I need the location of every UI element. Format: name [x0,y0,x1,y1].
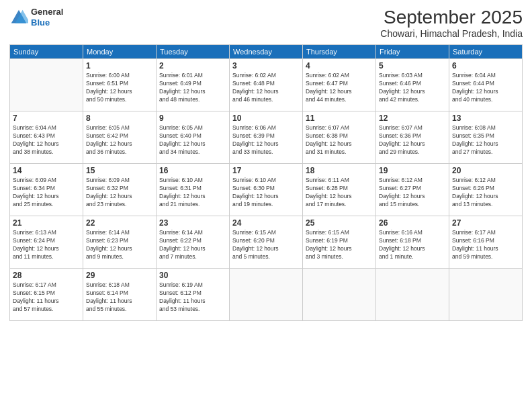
logo: General Blue [9,7,63,28]
day-info: Sunrise: 6:04 AM Sunset: 6:44 PM Dayligh… [452,72,519,104]
calendar-cell: 5Sunrise: 6:03 AM Sunset: 6:46 PM Daylig… [376,59,449,111]
day-number: 12 [379,113,446,123]
calendar-cell: 25Sunrise: 6:15 AM Sunset: 6:19 PM Dayli… [303,216,376,269]
col-header-friday: Friday [376,45,449,59]
week-row-4: 21Sunrise: 6:13 AM Sunset: 6:24 PM Dayli… [10,216,523,269]
day-info: Sunrise: 6:19 AM Sunset: 6:12 PM Dayligh… [159,281,226,314]
calendar-cell: 24Sunrise: 6:15 AM Sunset: 6:20 PM Dayli… [230,216,303,269]
title-block: September 2025 Chowari, Himachal Pradesh… [380,7,523,39]
calendar-table: SundayMondayTuesdayWednesdayThursdayFrid… [9,44,523,321]
day-info: Sunrise: 6:10 AM Sunset: 6:30 PM Dayligh… [232,177,300,209]
calendar-cell: 17Sunrise: 6:10 AM Sunset: 6:30 PM Dayli… [230,164,303,216]
calendar-cell: 15Sunrise: 6:09 AM Sunset: 6:32 PM Dayli… [83,164,157,216]
day-info: Sunrise: 6:08 AM Sunset: 6:35 PM Dayligh… [452,124,519,156]
calendar-cell: 18Sunrise: 6:11 AM Sunset: 6:28 PM Dayli… [303,164,376,216]
day-number: 18 [306,166,373,175]
week-row-5: 28Sunrise: 6:17 AM Sunset: 6:15 PM Dayli… [10,269,523,321]
day-number: 23 [159,218,226,228]
day-number: 25 [306,218,373,228]
calendar-cell: 30Sunrise: 6:19 AM Sunset: 6:12 PM Dayli… [157,269,230,321]
col-header-thursday: Thursday [303,45,376,59]
week-row-3: 14Sunrise: 6:09 AM Sunset: 6:34 PM Dayli… [10,164,523,216]
calendar-cell: 22Sunrise: 6:14 AM Sunset: 6:23 PM Dayli… [83,216,157,269]
day-number: 16 [159,166,226,175]
calendar-cell [303,269,376,321]
calendar-cell [376,269,449,321]
day-info: Sunrise: 6:04 AM Sunset: 6:43 PM Dayligh… [13,124,80,156]
day-info: Sunrise: 6:12 AM Sunset: 6:26 PM Dayligh… [452,177,519,209]
calendar-cell: 27Sunrise: 6:17 AM Sunset: 6:16 PM Dayli… [449,216,523,269]
week-row-1: 1Sunrise: 6:00 AM Sunset: 6:51 PM Daylig… [10,59,523,111]
calendar-cell: 3Sunrise: 6:02 AM Sunset: 6:48 PM Daylig… [230,59,303,111]
day-number: 1 [86,61,153,71]
day-info: Sunrise: 6:15 AM Sunset: 6:19 PM Dayligh… [306,229,373,261]
day-info: Sunrise: 6:18 AM Sunset: 6:14 PM Dayligh… [86,281,153,314]
day-number: 21 [13,218,80,228]
day-number: 30 [159,271,226,280]
calendar-cell: 28Sunrise: 6:17 AM Sunset: 6:15 PM Dayli… [10,269,83,321]
day-number: 4 [306,61,373,71]
logo-icon [9,8,28,27]
day-info: Sunrise: 6:05 AM Sunset: 6:42 PM Dayligh… [86,124,153,156]
day-info: Sunrise: 6:07 AM Sunset: 6:36 PM Dayligh… [379,124,446,156]
day-number: 7 [13,113,80,123]
day-info: Sunrise: 6:10 AM Sunset: 6:31 PM Dayligh… [159,177,226,209]
day-info: Sunrise: 6:07 AM Sunset: 6:38 PM Dayligh… [306,124,373,156]
week-row-2: 7Sunrise: 6:04 AM Sunset: 6:43 PM Daylig… [10,111,523,164]
calendar-cell: 16Sunrise: 6:10 AM Sunset: 6:31 PM Dayli… [157,164,230,216]
calendar-cell: 1Sunrise: 6:00 AM Sunset: 6:51 PM Daylig… [83,59,157,111]
calendar-cell: 6Sunrise: 6:04 AM Sunset: 6:44 PM Daylig… [449,59,523,111]
day-number: 20 [452,166,519,175]
calendar-cell: 12Sunrise: 6:07 AM Sunset: 6:36 PM Dayli… [376,111,449,164]
calendar-cell: 2Sunrise: 6:01 AM Sunset: 6:49 PM Daylig… [157,59,230,111]
day-number: 22 [86,218,153,228]
day-info: Sunrise: 6:02 AM Sunset: 6:47 PM Dayligh… [306,72,373,104]
day-number: 29 [86,271,153,280]
day-number: 13 [452,113,519,123]
day-number: 28 [13,271,80,280]
calendar-cell: 4Sunrise: 6:02 AM Sunset: 6:47 PM Daylig… [303,59,376,111]
col-header-saturday: Saturday [449,45,523,59]
day-info: Sunrise: 6:09 AM Sunset: 6:32 PM Dayligh… [86,177,153,209]
header: General Blue September 2025 Chowari, Him… [9,7,523,39]
day-info: Sunrise: 6:09 AM Sunset: 6:34 PM Dayligh… [13,177,80,209]
col-header-tuesday: Tuesday [157,45,230,59]
day-info: Sunrise: 6:01 AM Sunset: 6:49 PM Dayligh… [159,72,226,104]
day-number: 5 [379,61,446,71]
calendar-cell: 11Sunrise: 6:07 AM Sunset: 6:38 PM Dayli… [303,111,376,164]
day-info: Sunrise: 6:05 AM Sunset: 6:40 PM Dayligh… [159,124,226,156]
logo-line2: Blue [31,17,63,28]
calendar-cell [449,269,523,321]
day-info: Sunrise: 6:15 AM Sunset: 6:20 PM Dayligh… [232,229,300,261]
main-title: September 2025 [380,7,523,28]
calendar-cell: 10Sunrise: 6:06 AM Sunset: 6:39 PM Dayli… [230,111,303,164]
calendar-cell: 26Sunrise: 6:16 AM Sunset: 6:18 PM Dayli… [376,216,449,269]
calendar-header-row: SundayMondayTuesdayWednesdayThursdayFrid… [10,45,523,59]
calendar-cell [10,59,83,111]
calendar-cell [230,269,303,321]
day-number: 17 [232,166,300,175]
day-number: 9 [159,113,226,123]
calendar-cell: 23Sunrise: 6:14 AM Sunset: 6:22 PM Dayli… [157,216,230,269]
day-info: Sunrise: 6:17 AM Sunset: 6:16 PM Dayligh… [452,229,519,261]
day-number: 19 [379,166,446,175]
day-info: Sunrise: 6:17 AM Sunset: 6:15 PM Dayligh… [13,281,80,314]
day-info: Sunrise: 6:14 AM Sunset: 6:22 PM Dayligh… [159,229,226,261]
calendar-cell: 21Sunrise: 6:13 AM Sunset: 6:24 PM Dayli… [10,216,83,269]
day-number: 14 [13,166,80,175]
day-number: 24 [232,218,300,228]
day-info: Sunrise: 6:02 AM Sunset: 6:48 PM Dayligh… [232,72,300,104]
day-info: Sunrise: 6:16 AM Sunset: 6:18 PM Dayligh… [379,229,446,261]
day-info: Sunrise: 6:14 AM Sunset: 6:23 PM Dayligh… [86,229,153,261]
day-info: Sunrise: 6:00 AM Sunset: 6:51 PM Dayligh… [86,72,153,104]
day-info: Sunrise: 6:11 AM Sunset: 6:28 PM Dayligh… [306,177,373,209]
logo-line1: General [31,7,63,17]
day-number: 2 [159,61,226,71]
calendar-cell: 19Sunrise: 6:12 AM Sunset: 6:27 PM Dayli… [376,164,449,216]
day-info: Sunrise: 6:12 AM Sunset: 6:27 PM Dayligh… [379,177,446,209]
calendar-cell: 13Sunrise: 6:08 AM Sunset: 6:35 PM Dayli… [449,111,523,164]
calendar-cell: 29Sunrise: 6:18 AM Sunset: 6:14 PM Dayli… [83,269,157,321]
calendar-cell: 9Sunrise: 6:05 AM Sunset: 6:40 PM Daylig… [157,111,230,164]
day-info: Sunrise: 6:06 AM Sunset: 6:39 PM Dayligh… [232,124,300,156]
day-number: 6 [452,61,519,71]
